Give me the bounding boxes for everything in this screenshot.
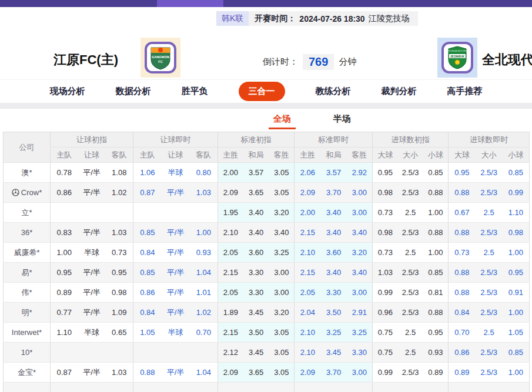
odds-cell[interactable]: 3.05 [269, 163, 295, 183]
odds-cell[interactable]: 3.00 [347, 183, 373, 203]
odds-cell[interactable]: 0.85 [423, 263, 449, 283]
odds-cell[interactable]: 2.05 [295, 283, 321, 303]
odds-cell[interactable]: 1.89 [218, 303, 243, 323]
odds-cell[interactable]: 2.5/3 [476, 223, 503, 243]
odds-cell[interactable]: 2.10 [218, 223, 243, 243]
odds-cell[interactable]: 2.09 [295, 183, 321, 203]
odds-cell[interactable]: 3.30 [321, 283, 347, 303]
odds-cell[interactable]: 3.30 [243, 283, 269, 303]
odds-cell[interactable]: 2.92 [347, 163, 373, 183]
odds-cell[interactable]: 平/半 [162, 283, 190, 303]
odds-cell[interactable]: 1.06 [133, 163, 162, 183]
bookmaker-name[interactable]: 威廉希* [4, 243, 51, 263]
odds-cell[interactable]: 3.00 [269, 263, 295, 283]
odds-cell[interactable]: 2.09 [218, 363, 243, 383]
odds-cell[interactable]: 2.5 [398, 323, 423, 343]
odds-cell[interactable]: 平/半 [78, 303, 106, 323]
odds-cell[interactable]: 3.40 [243, 203, 269, 223]
odds-cell[interactable]: 1.01 [190, 283, 218, 303]
odds-cell[interactable]: 0.88 [449, 223, 476, 243]
odds-cell[interactable]: 0.88 [449, 283, 476, 303]
odds-cell[interactable]: 2.09 [218, 183, 243, 203]
odds-cell[interactable]: 3.20 [269, 203, 295, 223]
odds-cell[interactable]: 0.93 [190, 243, 218, 263]
nav-tab-win-draw-loss[interactable]: 胜平负 [182, 86, 208, 97]
odds-cell[interactable]: 3.00 [347, 363, 373, 383]
odds-cell[interactable]: 平/半 [78, 223, 106, 243]
odds-cell[interactable]: 0.67 [449, 203, 476, 223]
odds-cell[interactable]: 0.93 [423, 343, 449, 363]
odds-cell[interactable]: 2.5 [476, 203, 503, 223]
odds-cell[interactable]: 平/半 [78, 183, 106, 203]
odds-cell[interactable]: 2.05 [218, 283, 243, 303]
odds-cell[interactable]: 1.00 [503, 363, 530, 383]
odds-cell[interactable]: 3.60 [321, 243, 347, 263]
odds-cell[interactable]: 1.00 [190, 223, 218, 243]
odds-cell[interactable]: 1.09 [106, 303, 133, 323]
odds-cell[interactable]: 0.86 [449, 343, 476, 363]
odds-cell[interactable]: 0.98 [106, 283, 133, 303]
odds-cell[interactable]: 1.04 [190, 363, 218, 383]
odds-cell[interactable]: 0.95 [449, 163, 476, 183]
odds-cell[interactable]: 2.06 [295, 163, 321, 183]
odds-cell[interactable]: 3.70 [321, 363, 347, 383]
odds-cell[interactable]: 3.00 [269, 283, 295, 303]
odds-cell[interactable]: 平/半 [78, 263, 106, 283]
odds-cell[interactable]: 2.00 [295, 203, 321, 223]
odds-cell[interactable]: 0.95 [423, 323, 449, 343]
odds-cell[interactable]: 2.5/3 [398, 263, 423, 283]
odds-cell[interactable]: 平/半 [162, 183, 190, 203]
odds-cell[interactable]: 2.5/3 [476, 163, 503, 183]
bookmaker-name[interactable]: 36* [4, 223, 51, 243]
odds-cell[interactable]: 1.00 [423, 243, 449, 263]
odds-cell[interactable]: 0.84 [133, 243, 162, 263]
odds-cell[interactable]: 1.02 [106, 183, 133, 203]
odds-cell[interactable]: 2.5/3 [476, 303, 503, 323]
odds-cell[interactable]: 0.73 [106, 243, 133, 263]
bookmaker-name[interactable]: 明* [4, 303, 51, 323]
odds-cell[interactable]: 3.57 [321, 163, 347, 183]
odds-cell[interactable]: 3.20 [347, 243, 373, 263]
odds-cell[interactable]: 2.15 [218, 263, 243, 283]
bookmaker-name[interactable]: 10* [4, 343, 51, 363]
odds-cell[interactable]: 1.03 [106, 223, 133, 243]
odds-cell[interactable]: 0.96 [373, 303, 398, 323]
odds-cell[interactable]: 0.73 [373, 203, 398, 223]
odds-cell[interactable]: 平/半 [162, 363, 190, 383]
odds-cell[interactable]: 0.95 [373, 163, 398, 183]
odds-cell[interactable]: 0.95 [503, 263, 530, 283]
odds-cell[interactable]: 2.10 [295, 343, 321, 363]
odds-cell[interactable]: 平/半 [78, 363, 106, 383]
odds-cell[interactable]: 0.87 [133, 183, 162, 203]
odds-cell[interactable]: 半球 [78, 243, 106, 263]
odds-cell[interactable]: 0.88 [423, 223, 449, 243]
odds-cell[interactable]: 3.65 [243, 363, 269, 383]
odds-cell[interactable]: 2.10 [295, 243, 321, 263]
bookmaker-name[interactable]: 伟* [4, 283, 51, 303]
odds-cell[interactable]: 0.98 [373, 183, 398, 203]
odds-cell[interactable]: 0.88 [423, 303, 449, 323]
odds-cell[interactable]: 3.25 [347, 323, 373, 343]
subtab-half-match[interactable]: 半场 [329, 113, 356, 129]
odds-cell[interactable]: 3.40 [347, 263, 373, 283]
odds-cell[interactable]: 2.00 [218, 163, 243, 183]
odds-cell[interactable]: 3.40 [243, 223, 269, 243]
odds-cell[interactable]: 3.05 [269, 363, 295, 383]
odds-cell[interactable]: 3.40 [321, 223, 347, 243]
odds-cell[interactable]: 0.87 [51, 363, 78, 383]
odds-cell[interactable]: 1.02 [190, 303, 218, 323]
nav-tab-coach-analysis[interactable]: 教练分析 [316, 86, 351, 97]
odds-cell[interactable]: 2.91 [347, 303, 373, 323]
odds-cell[interactable]: 1.04 [190, 263, 218, 283]
odds-cell[interactable]: 3.05 [269, 183, 295, 203]
odds-cell[interactable]: 0.81 [423, 283, 449, 303]
odds-cell[interactable]: 0.77 [51, 303, 78, 323]
odds-cell[interactable]: 2.5/3 [398, 163, 423, 183]
odds-cell[interactable]: 3.50 [321, 303, 347, 323]
odds-cell[interactable]: 3.25 [269, 243, 295, 263]
odds-cell[interactable]: 1.05 [133, 323, 162, 343]
odds-cell[interactable]: 2.5/3 [476, 183, 503, 203]
odds-cell[interactable]: 0.84 [449, 303, 476, 323]
odds-cell[interactable]: 3.57 [243, 163, 269, 183]
odds-cell[interactable]: 3.25 [321, 323, 347, 343]
